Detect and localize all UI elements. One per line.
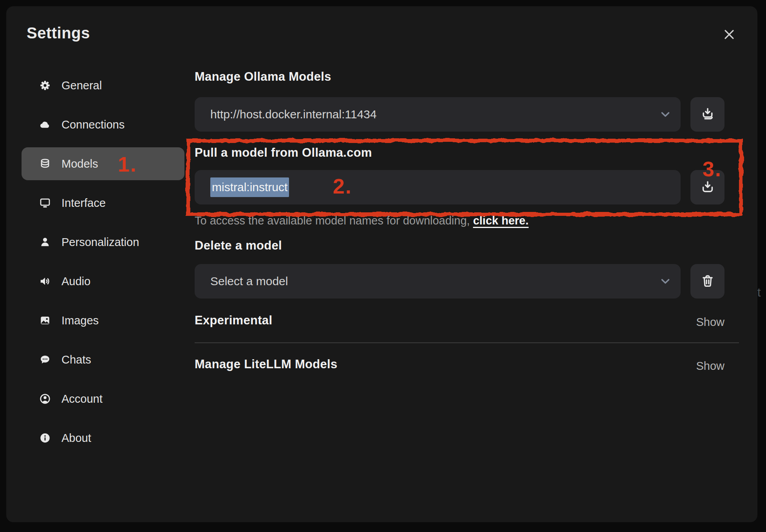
chevron-down-icon	[659, 275, 672, 288]
screen: rt Settings General	[0, 0, 766, 532]
sidebar-item-label: Personalization	[61, 236, 139, 249]
helper-text: To access the available model names for …	[195, 214, 529, 227]
experimental-show-button[interactable]: Show	[696, 316, 724, 329]
pull-model-heading: Pull a model from Ollama.com	[195, 146, 372, 160]
litellm-show-button[interactable]: Show	[696, 360, 724, 373]
click-here-link[interactable]: click here.	[473, 214, 529, 227]
database-icon	[39, 157, 51, 170]
annotation-step-3: 3.	[703, 157, 722, 181]
sidebar-item-general[interactable]: General	[22, 66, 184, 105]
litellm-heading: Manage LiteLLM Models	[195, 357, 338, 371]
image-icon	[39, 314, 51, 327]
download-icon	[700, 179, 715, 195]
info-icon	[39, 432, 51, 444]
gear-icon	[39, 79, 51, 92]
sidebar-item-about[interactable]: About	[22, 418, 184, 458]
download-models-button[interactable]	[690, 97, 724, 132]
sidebar-item-chats[interactable]: Chats	[22, 340, 184, 379]
monitor-icon	[39, 197, 51, 209]
ollama-url-select[interactable]: http://host.docker.internal:11434	[195, 97, 681, 132]
chevron-down-icon	[659, 108, 672, 121]
chat-icon	[39, 353, 51, 366]
sidebar-item-images[interactable]: Images	[22, 301, 184, 340]
sidebar-item-label: Images	[61, 314, 99, 327]
modal-title: Settings	[27, 24, 90, 42]
experimental-heading: Experimental	[195, 313, 272, 328]
delete-model-button[interactable]	[690, 264, 724, 299]
account-icon	[39, 393, 51, 405]
sidebar-item-account[interactable]: Account	[22, 379, 184, 418]
cloud-icon	[39, 118, 51, 131]
pull-model-input[interactable]: mistral:instruct	[195, 170, 681, 204]
manage-ollama-heading: Manage Ollama Models	[195, 70, 331, 84]
close-icon	[723, 28, 736, 42]
sidebar-item-label: Models	[61, 157, 98, 170]
sidebar-item-label: General	[61, 79, 102, 92]
person-icon	[39, 236, 51, 248]
sidebar-item-models[interactable]: Models 1.	[22, 147, 184, 180]
sidebar-item-label: About	[61, 432, 91, 445]
sidebar-item-label: Account	[61, 393, 103, 405]
sidebar-item-label: Audio	[61, 275, 90, 288]
delete-model-select[interactable]: Select a model	[195, 264, 681, 299]
sidebar-item-personalization[interactable]: Personalization	[22, 223, 184, 262]
sidebar-item-audio[interactable]: Audio	[22, 262, 184, 301]
delete-model-heading: Delete a model	[195, 239, 282, 253]
settings-modal: Settings General Conn	[6, 6, 757, 522]
download-tray-icon	[700, 107, 715, 123]
annotation-step-2: 2.	[333, 174, 352, 198]
ollama-url-value: http://host.docker.internal:11434	[210, 108, 377, 121]
delete-model-value: Select a model	[210, 275, 288, 288]
sidebar-item-label: Chats	[61, 353, 91, 366]
speaker-icon	[39, 275, 51, 288]
annotation-step-1: 1.	[118, 152, 137, 176]
sidebar-item-label: Connections	[61, 118, 125, 131]
trash-icon	[701, 274, 715, 289]
sidebar: General Connections Models 1.	[22, 66, 184, 458]
divider	[195, 342, 739, 343]
sidebar-item-connections[interactable]: Connections	[22, 105, 184, 144]
selected-input-text: mistral:instruct	[210, 177, 289, 197]
sidebar-item-interface[interactable]: Interface	[22, 183, 184, 223]
sidebar-item-label: Interface	[61, 197, 106, 210]
close-button[interactable]	[720, 25, 739, 44]
